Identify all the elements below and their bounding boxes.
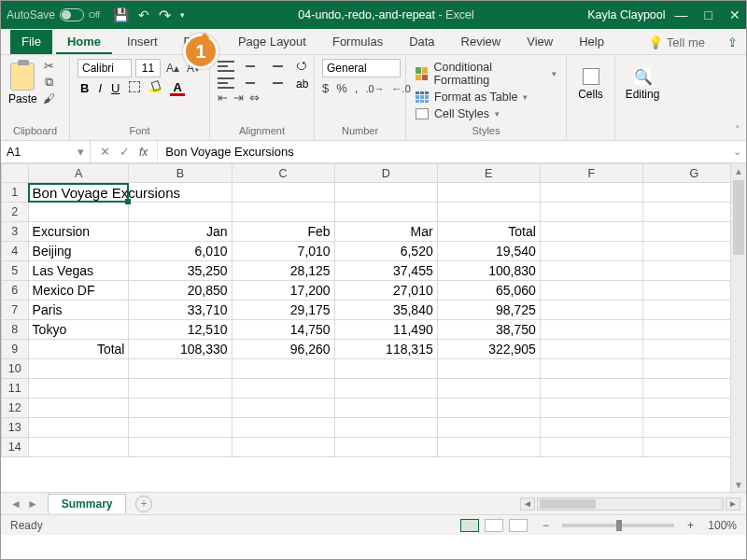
cell[interactable] <box>437 183 540 203</box>
zoom-in-icon[interactable]: + <box>687 519 694 532</box>
cell[interactable] <box>334 183 437 203</box>
align-bottom-icon[interactable] <box>266 60 283 73</box>
cell[interactable] <box>28 379 129 399</box>
new-sheet-button[interactable]: ＋ <box>135 496 152 512</box>
cell[interactable]: Jan <box>129 222 232 242</box>
cell[interactable]: Mexico DF <box>28 281 129 301</box>
orientation-icon[interactable]: ⭯ <box>296 59 308 72</box>
cell[interactable]: Total <box>437 222 540 242</box>
align-top-icon[interactable] <box>218 60 234 73</box>
zoom-out-icon[interactable]: − <box>543 519 549 532</box>
cell[interactable]: Paris <box>28 301 129 320</box>
sheet-tab-summary[interactable]: Summary <box>48 494 127 513</box>
fx-icon[interactable]: fx <box>139 146 148 159</box>
cell[interactable]: 38,750 <box>437 320 540 340</box>
underline-button[interactable]: U <box>108 81 122 95</box>
cell[interactable] <box>28 203 129 222</box>
cell[interactable]: 33,710 <box>129 301 232 320</box>
align-right-icon[interactable] <box>266 77 283 90</box>
cell[interactable]: 100,830 <box>437 261 540 281</box>
cell-styles-button[interactable]: Cell Styles▾ <box>414 105 558 122</box>
cell[interactable] <box>334 418 437 438</box>
zoom-percent[interactable]: 100% <box>699 519 737 532</box>
col-header-B[interactable]: B <box>129 164 232 183</box>
zoom-thumb[interactable] <box>616 520 622 531</box>
scroll-thumb[interactable] <box>733 180 744 255</box>
cell[interactable] <box>540 418 642 438</box>
col-header-F[interactable]: F <box>540 164 642 183</box>
align-center-icon[interactable] <box>242 77 259 90</box>
scroll-up-icon[interactable]: ▲ <box>731 163 746 178</box>
cell[interactable]: 108,330 <box>129 340 232 359</box>
row-header[interactable]: 9 <box>2 340 29 359</box>
row-header[interactable]: 5 <box>2 261 29 281</box>
cell[interactable]: Feb <box>232 222 334 242</box>
paste-button[interactable]: Paste <box>8 63 37 105</box>
cell[interactable] <box>437 359 540 379</box>
cell[interactable]: 35,840 <box>334 301 437 320</box>
signed-in-user[interactable]: Kayla Claypool <box>587 8 665 21</box>
cell[interactable]: 6,010 <box>129 242 232 261</box>
cell[interactable] <box>28 418 129 438</box>
wrap-text-icon[interactable]: ab <box>296 77 308 91</box>
cell[interactable] <box>437 399 540 418</box>
save-icon[interactable]: 💾 <box>113 7 129 22</box>
cell[interactable]: 35,250 <box>129 261 232 281</box>
cell[interactable] <box>334 379 437 399</box>
cell[interactable] <box>129 438 232 457</box>
grow-font-icon[interactable]: A▴ <box>164 62 181 75</box>
row-header[interactable]: 1 <box>2 183 29 203</box>
cell[interactable]: 17,200 <box>232 281 334 301</box>
zoom-slider[interactable] <box>562 524 674 527</box>
currency-icon[interactable]: $ <box>322 81 329 95</box>
cell[interactable] <box>334 399 437 418</box>
cell[interactable] <box>334 359 437 379</box>
cell[interactable] <box>28 359 129 379</box>
percent-icon[interactable]: % <box>336 81 347 95</box>
cell[interactable]: 37,455 <box>334 261 437 281</box>
redo-icon[interactable]: ↷ <box>159 7 171 24</box>
prev-sheet-icon[interactable]: ◄ <box>10 497 21 511</box>
tab-review[interactable]: Review <box>450 30 513 54</box>
cell[interactable]: Excursion <box>28 222 129 242</box>
cells-button[interactable]: Cells <box>574 59 607 101</box>
cell[interactable] <box>540 203 642 222</box>
increase-indent-icon[interactable]: ⇥ <box>233 91 244 105</box>
bold-button[interactable]: B <box>78 81 92 95</box>
fill-color-button[interactable] <box>147 81 163 95</box>
increase-decimal-icon[interactable]: .0→ <box>365 83 384 94</box>
cell[interactable] <box>232 359 334 379</box>
row-header[interactable]: 3 <box>2 222 29 242</box>
cell[interactable]: 118,315 <box>334 340 437 359</box>
font-size-combo[interactable]: 11 <box>135 59 161 77</box>
cell[interactable] <box>437 379 540 399</box>
cell[interactable] <box>232 399 334 418</box>
align-left-icon[interactable] <box>218 77 234 90</box>
row-header[interactable]: 14 <box>2 438 29 457</box>
tab-view[interactable]: View <box>515 30 564 54</box>
cell[interactable]: Total <box>28 340 129 359</box>
tab-help[interactable]: Help <box>568 30 615 54</box>
cell[interactable]: 28,125 <box>232 261 334 281</box>
merge-center-icon[interactable]: ⇔ <box>249 91 260 105</box>
close-icon[interactable]: ✕ <box>729 7 740 22</box>
tab-formulas[interactable]: Formulas <box>321 30 394 54</box>
cell[interactable] <box>334 203 437 222</box>
confirm-formula-icon[interactable]: ✓ <box>120 145 130 159</box>
cell[interactable]: 96,260 <box>232 340 334 359</box>
cell[interactable] <box>129 418 232 438</box>
cell[interactable]: 11,490 <box>334 320 437 340</box>
row-header[interactable]: 11 <box>2 379 29 399</box>
tab-page-layout[interactable]: Page Layout <box>227 30 317 54</box>
cell[interactable] <box>540 359 642 379</box>
formula-input[interactable]: Bon Voyage Excursions <box>158 141 727 162</box>
cell[interactable] <box>232 438 334 457</box>
cell[interactable] <box>232 183 334 203</box>
row-header[interactable]: 7 <box>2 301 29 320</box>
select-all-corner[interactable] <box>2 164 29 183</box>
tab-home[interactable]: Home <box>56 30 112 54</box>
cell[interactable] <box>232 418 334 438</box>
conditional-formatting-button[interactable]: Conditional Formatting▾ <box>414 59 558 89</box>
cell[interactable]: 14,750 <box>232 320 334 340</box>
cell[interactable] <box>129 203 232 222</box>
